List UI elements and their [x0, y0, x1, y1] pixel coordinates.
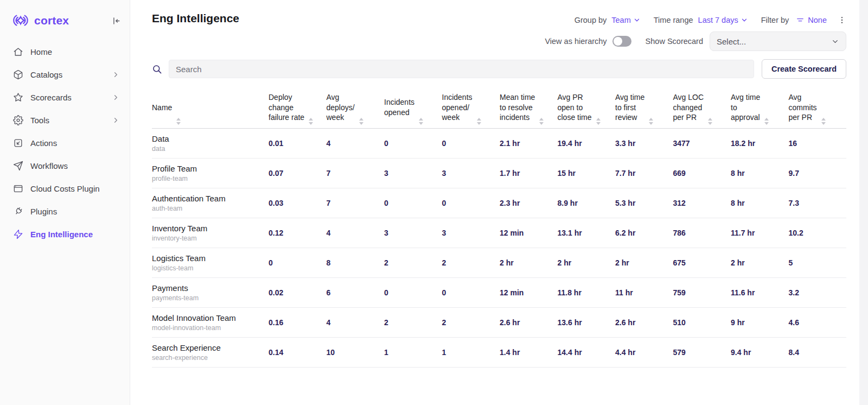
sidebar-item-label: Scorecards	[30, 93, 72, 102]
table-row-logistics-team[interactable]: Logistics Teamlogistics-team08222 hr2 hr…	[152, 248, 846, 278]
row-name: Model Innovation Team	[152, 313, 269, 322]
time-range-value: Last 7 days	[698, 16, 738, 24]
row-slug: logistics-team	[152, 264, 269, 272]
metric-cell: 3477	[673, 139, 731, 148]
metric-cell: 0	[269, 258, 327, 267]
scorecard-select-placeholder: Select...	[717, 37, 746, 46]
metric-cell: 2	[442, 258, 500, 267]
toggle-knob	[614, 37, 622, 46]
sort-icon	[764, 118, 769, 125]
metric-cell: 0	[442, 139, 500, 148]
table-row-inventory-team[interactable]: Inventory Teaminventory-team0.1243312 mi…	[152, 218, 846, 248]
sidebar-item-label: Eng Intelligence	[30, 230, 93, 239]
metrics-table: NameDeploy change failure rateAvg deploy…	[152, 87, 846, 368]
sidebar-item-home[interactable]: Home	[0, 40, 130, 63]
table-row-auth-team[interactable]: Authentication Teamauth-team0.037002.3 h…	[152, 188, 846, 218]
scrollbar-track[interactable]	[859, 0, 868, 405]
sidebar-item-scorecards[interactable]: Scorecards	[0, 86, 130, 109]
metric-cell: 8	[327, 258, 385, 267]
group-by-label: Group by	[575, 16, 607, 24]
metric-cell: 3.2	[789, 288, 847, 297]
sort-icon	[539, 118, 544, 125]
table-row-profile-team[interactable]: Profile Teamprofile-team0.077331.7 hr15 …	[152, 159, 846, 188]
column-header-avg-deploys-week[interactable]: Avg deploys/ week	[327, 87, 385, 128]
home-icon	[13, 47, 23, 57]
metric-cell: 1.7 hr	[500, 169, 558, 178]
metric-cell: 11.7 hr	[731, 229, 789, 237]
sidebar-item-workflows[interactable]: Workflows	[0, 154, 130, 177]
metric-cell: 0.14	[269, 348, 327, 357]
table-row-search-experience[interactable]: Search Experiencesearch-experience0.1410…	[152, 338, 846, 368]
table-body: Datadata0.014002.1 hr19.4 hr3.3 hr347718…	[152, 129, 846, 368]
table-row-model-innovation-team[interactable]: Model Innovation Teammodel-innovation-te…	[152, 308, 846, 338]
column-header-incidents-opened-week[interactable]: Incidents opened/ week	[442, 87, 500, 128]
metric-cell: 8 hr	[731, 199, 789, 207]
chevron-down-icon	[633, 16, 641, 24]
table-header-row: NameDeploy change failure rateAvg deploy…	[152, 87, 846, 129]
hierarchy-toggle[interactable]	[612, 36, 631, 47]
metric-cell: 1	[384, 348, 442, 357]
column-label: Avg LOC changed per PR	[673, 92, 704, 123]
column-header-avg-time-to-first-review[interactable]: Avg time to first review	[615, 87, 673, 128]
more-options-icon[interactable]	[838, 16, 846, 24]
sidebar-item-label: Catalogs	[30, 70, 62, 79]
group-by-dropdown[interactable]: Team	[611, 16, 640, 24]
sidebar-item-tools[interactable]: Tools	[0, 109, 130, 131]
column-header-avg-time-to-approval[interactable]: Avg time to approval	[731, 87, 789, 128]
show-scorecard-label: Show Scorecard	[646, 37, 703, 46]
metric-cell: 0	[384, 288, 442, 297]
column-header-avg-pr-open-to-close-time[interactable]: Avg PR open to close time	[558, 87, 616, 128]
time-range-label: Time range	[654, 16, 693, 24]
sidebar-item-catalogs[interactable]: Catalogs	[0, 63, 130, 86]
scorecards-icon	[13, 92, 23, 103]
metric-cell: 4	[327, 318, 385, 327]
row-name: Logistics Team	[152, 254, 269, 263]
view-as-hierarchy-label: View as hierarchy	[545, 37, 607, 46]
column-header-name[interactable]: Name	[152, 87, 269, 128]
secondary-controls: View as hierarchy Show Scorecard Select.…	[545, 31, 846, 51]
column-header-mean-time-to-resolve-incidents[interactable]: Mean time to resolve incidents	[500, 87, 558, 128]
time-range-dropdown[interactable]: Last 7 days	[698, 16, 748, 24]
metric-cell: 2	[384, 318, 442, 327]
metric-cell: 2.6 hr	[615, 318, 673, 327]
sidebar-item-eng-intelligence[interactable]: Eng Intelligence	[0, 223, 130, 245]
sidebar-item-actions[interactable]: Actions	[0, 131, 130, 154]
sort-icon	[708, 118, 712, 125]
metric-cell: 2	[384, 258, 442, 267]
chevron-down-icon	[831, 37, 839, 46]
sidebar-item-label: Plugins	[30, 207, 57, 216]
sort-icon	[309, 118, 313, 125]
metric-cell: 2 hr	[731, 258, 789, 267]
row-name-cell: Authentication Teamauth-team	[152, 194, 269, 212]
table-row-payments-team[interactable]: Paymentspayments-team0.0260012 min11.8 h…	[152, 278, 846, 308]
metric-cell: 12 min	[500, 288, 558, 297]
create-scorecard-button[interactable]: Create Scorecard	[762, 59, 846, 79]
sidebar-item-cloud-costs-plugin[interactable]: Cloud Costs Plugin	[0, 177, 130, 200]
filter-by-dropdown[interactable]: None	[794, 16, 827, 24]
column-header-incidents-opened[interactable]: Incidents opened	[384, 87, 442, 128]
sort-icon	[821, 118, 826, 125]
row-slug: payments-team	[152, 294, 269, 302]
metric-cell: 2.6 hr	[500, 318, 558, 327]
metric-cell: 5.3 hr	[615, 199, 673, 207]
metric-cell: 19.4 hr	[558, 139, 616, 148]
metric-cell: 0	[442, 199, 500, 207]
main-content: Eng Intelligence Group by Team Time rang…	[130, 0, 868, 405]
metric-cell: 10.2	[789, 229, 847, 237]
column-header-avg-commits-per-pr[interactable]: Avg commits per PR	[789, 87, 847, 128]
metric-cell: 4	[327, 229, 385, 237]
metric-cell: 2 hr	[558, 258, 616, 267]
column-header-deploy-change-failure-rate[interactable]: Deploy change failure rate	[269, 87, 327, 128]
collapse-sidebar-icon[interactable]	[111, 16, 121, 26]
row-name: Data	[152, 134, 269, 143]
sidebar-item-plugins[interactable]: Plugins	[0, 200, 130, 223]
search-input[interactable]	[169, 60, 754, 78]
metric-cell: 8.9 hr	[558, 199, 616, 207]
table-row-data[interactable]: Datadata0.014002.1 hr19.4 hr3.3 hr347718…	[152, 129, 846, 159]
row-name: Inventory Team	[152, 224, 269, 233]
column-header-avg-loc-changed-per-pr[interactable]: Avg LOC changed per PR	[673, 87, 731, 128]
sort-icon	[419, 118, 423, 125]
scorecard-select[interactable]: Select...	[710, 31, 846, 51]
cloud-costs-icon	[13, 183, 23, 194]
sidebar-item-label: Actions	[30, 138, 57, 148]
